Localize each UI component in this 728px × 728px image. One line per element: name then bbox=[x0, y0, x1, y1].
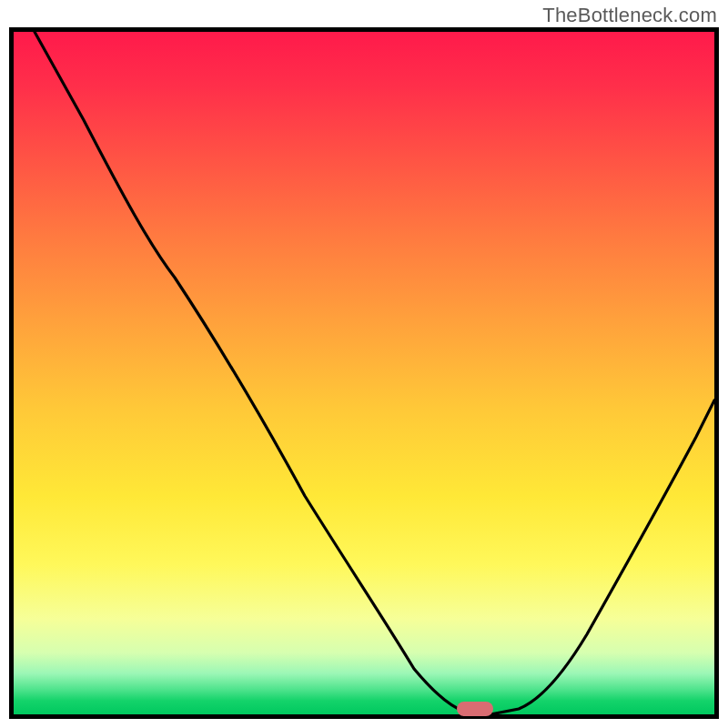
optimal-marker bbox=[457, 702, 493, 716]
chart-curve-svg bbox=[14, 32, 714, 714]
chart-frame bbox=[9, 27, 719, 719]
watermark-text: TheBottleneck.com bbox=[542, 4, 717, 27]
bottleneck-curve-path bbox=[35, 32, 714, 714]
